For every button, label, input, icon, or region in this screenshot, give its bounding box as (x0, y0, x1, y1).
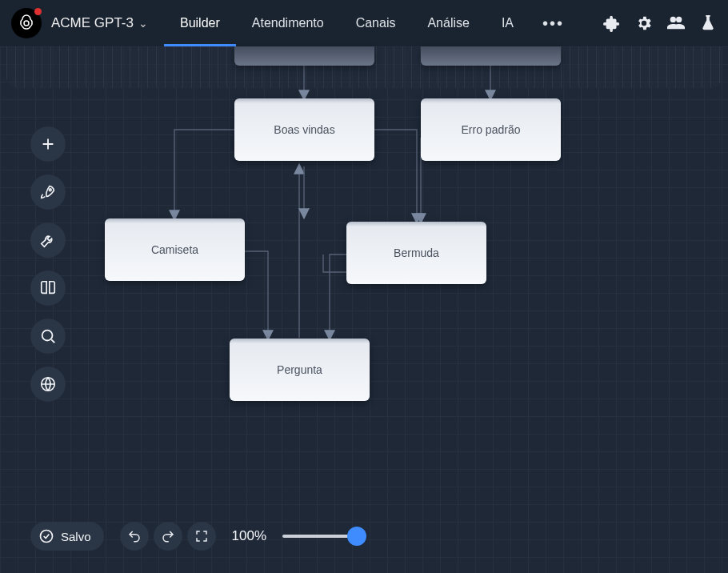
experiments-button[interactable] (699, 14, 717, 32)
redo-icon (161, 529, 175, 543)
side-toolbar (30, 126, 66, 402)
extensions-button[interactable] (603, 14, 621, 32)
variables-button[interactable] (30, 367, 66, 402)
app-name-dropdown[interactable]: ACME GPT-3 ⌄ (51, 15, 148, 31)
header-actions (603, 14, 717, 32)
flow-node-boas-vindas[interactable]: Boas vindas (234, 98, 374, 161)
save-status-label: Salvo (61, 530, 91, 543)
tab-canais[interactable]: Canais (340, 0, 412, 46)
gear-icon (635, 14, 653, 32)
flow-node-camiseta[interactable]: Camiseta (105, 218, 245, 281)
flow-node-label: Bermuda (394, 246, 439, 259)
configure-button[interactable] (30, 222, 66, 258)
wrench-icon (39, 231, 57, 249)
svg-point-2 (42, 331, 53, 341)
flow-node-label: Camiseta (151, 243, 198, 256)
slider-thumb[interactable] (347, 527, 366, 546)
book-icon (39, 279, 57, 297)
rocket-icon (39, 183, 57, 201)
svg-point-1 (49, 189, 51, 191)
notification-dot-icon (34, 8, 42, 15)
app-logo[interactable] (11, 8, 42, 38)
team-button[interactable] (667, 14, 685, 32)
plus-icon (39, 135, 57, 153)
users-icon (667, 14, 685, 32)
fullscreen-button[interactable] (187, 522, 216, 551)
flow-node-erro-padrao[interactable]: Erro padrão (421, 98, 561, 161)
main-tabs: Builder Atendimento Canais Análise IA ••… (164, 0, 577, 46)
app-name-label: ACME GPT-3 (51, 15, 134, 31)
chevron-down-icon: ⌄ (138, 17, 148, 30)
add-node-button[interactable] (30, 126, 66, 162)
docs-button[interactable] (30, 270, 66, 306)
flow-canvas[interactable]: Boas vindas Erro padrão Camiseta Bermuda… (0, 46, 728, 573)
undo-button[interactable] (120, 522, 149, 551)
puzzle-icon (603, 14, 621, 32)
save-status: Salvo (30, 522, 104, 551)
zoom-slider[interactable] (282, 528, 366, 544)
app-header: ACME GPT-3 ⌄ Builder Atendimento Canais … (0, 0, 728, 46)
search-icon (39, 327, 57, 345)
svg-point-4 (41, 531, 53, 543)
flow-node-partial-right[interactable] (421, 46, 561, 66)
flow-node-label: Boas vindas (274, 123, 334, 136)
check-circle-icon (38, 528, 54, 544)
publish-button[interactable] (30, 174, 66, 210)
tab-builder[interactable]: Builder (164, 0, 236, 46)
settings-button[interactable] (635, 14, 653, 32)
fullscreen-icon (194, 529, 209, 543)
flask-icon (699, 14, 717, 32)
globe-icon (39, 375, 57, 393)
flow-node-pergunta[interactable]: Pergunta (230, 339, 370, 401)
tab-analise[interactable]: Análise (411, 0, 485, 46)
flow-node-label: Pergunta (277, 363, 322, 376)
flow-node-label: Erro padrão (462, 123, 521, 136)
history-buttons (120, 522, 216, 551)
flow-node-partial-left[interactable] (234, 46, 374, 66)
tab-more[interactable]: ••• (530, 14, 577, 33)
tab-ia[interactable]: IA (486, 0, 530, 46)
zoom-level: 100% (232, 528, 266, 544)
bottom-bar: Salvo 100% (30, 522, 366, 551)
undo-icon (127, 529, 142, 543)
tab-atendimento[interactable]: Atendimento (236, 0, 340, 46)
logo-icon (17, 14, 36, 33)
redo-button[interactable] (154, 522, 182, 551)
svg-point-0 (24, 21, 29, 26)
flow-node-bermuda[interactable]: Bermuda (346, 222, 486, 284)
search-canvas-button[interactable] (30, 319, 66, 354)
